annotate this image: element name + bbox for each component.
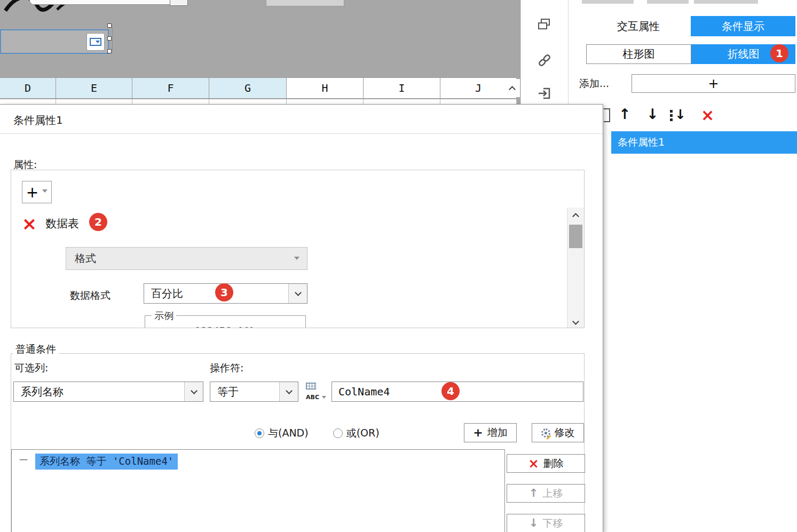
grid-cell — [132, 99, 209, 104]
tab-bar-chart[interactable]: 柱形图 — [586, 44, 691, 64]
or-radio-label: 或(OR) — [346, 426, 380, 440]
design-canvas: D E F G H I J — [0, 0, 520, 104]
condition-list[interactable]: — 系列名称 等于 'ColName4' — [11, 449, 505, 532]
add-attribute-button[interactable]: + — [22, 181, 52, 203]
tab-condition-display[interactable]: 条件显示 — [691, 16, 795, 36]
sheet-scroll-up-button[interactable] — [504, 79, 520, 97]
data-format-label: 数据格式 — [70, 289, 111, 303]
chevron-down-icon — [286, 387, 293, 394]
add-criteria-button[interactable]: + 增加 — [464, 423, 517, 442]
grid-cell — [440, 99, 517, 104]
chevron-down-icon — [295, 289, 302, 296]
arrow-down-icon: ↓ — [529, 518, 539, 529]
radio-checked-icon — [255, 428, 264, 438]
dropdown-button[interactable] — [184, 382, 203, 401]
divider — [0, 133, 603, 134]
condition-row-selected[interactable]: 系列名称 等于 'ColName4' — [35, 454, 178, 470]
scrollbar-thumb[interactable] — [569, 225, 582, 248]
tabbar-fragment — [582, 0, 634, 4]
chevron-down-icon — [191, 387, 198, 394]
condition-attribute-dialog: 条件属性1 属性: + × 数据表 2 格式 数据格式 百分比 3 示例 123… — [0, 104, 603, 532]
combobox-widget-icon — [86, 33, 105, 51]
selection-guide — [112, 25, 113, 52]
delete-criteria-button[interactable]: × 删除 — [507, 454, 585, 473]
panel-add-button[interactable]: + — [632, 74, 795, 93]
operator-label: 操作符: — [210, 361, 243, 375]
caret-down-icon — [42, 189, 48, 195]
format-dropdown-value: 格式 — [75, 251, 96, 266]
conditions-group: 可选列: 操作符: 系列名称 等于 ABC 4 与(AND) — [11, 353, 585, 532]
link-icon[interactable] — [537, 53, 552, 68]
format-dropdown[interactable]: 格式 — [66, 247, 307, 270]
move-up-label: 上移 — [542, 487, 563, 501]
scrollbar-down-button[interactable] — [567, 315, 584, 328]
scrollbar-up-button[interactable] — [567, 208, 584, 223]
columns-label: 可选列: — [14, 361, 48, 375]
remove-attribute-icon[interactable]: × — [19, 213, 40, 234]
chevron-up-icon — [509, 86, 516, 93]
column-header-g[interactable]: G — [209, 78, 287, 98]
chevron-down-icon — [572, 318, 579, 325]
step-badge-3: 3 — [215, 283, 233, 301]
arrow-up-icon: ↑ — [529, 488, 539, 499]
attributes-scrollbar[interactable] — [567, 208, 584, 328]
dropdown-button[interactable] — [288, 284, 307, 303]
column-header-d[interactable]: D — [0, 78, 56, 98]
condition-attribute-list-item[interactable]: 条件属性1 — [611, 131, 797, 154]
move-down-label: 下移 — [542, 517, 563, 530]
selection-handle[interactable] — [107, 49, 112, 53]
column-header-h[interactable]: H — [287, 78, 364, 98]
delete-item-icon[interactable]: × — [701, 106, 714, 124]
and-radio[interactable]: 与(AND) — [255, 426, 309, 440]
delete-x-icon: × — [528, 457, 539, 470]
conditions-section-label: 普通条件 — [13, 343, 59, 356]
add-criteria-label: 增加 — [487, 426, 508, 440]
sort-dots-icon — [670, 108, 673, 121]
modify-criteria-label: 修改 — [555, 426, 575, 440]
step-badge-4: 4 — [441, 382, 460, 400]
layers-icon[interactable] — [537, 18, 552, 33]
logic-radio-group: 与(AND) 或(OR) — [255, 426, 380, 440]
formula-abc-icon[interactable]: ABC — [304, 380, 327, 403]
caret-down-icon — [322, 396, 326, 401]
sort-icon[interactable]: ↓ — [670, 107, 686, 122]
caret-down-icon — [294, 257, 299, 263]
plus-icon: + — [473, 427, 483, 439]
column-header-i[interactable]: I — [364, 78, 440, 98]
import-icon[interactable] — [537, 86, 552, 101]
selection-handle[interactable] — [107, 36, 112, 41]
toolbar-fragment-gray — [266, 0, 344, 6]
modify-criteria-button[interactable]: 修改 — [532, 423, 584, 442]
column-select[interactable]: 系列名称 — [13, 382, 203, 402]
or-radio[interactable]: 或(OR) — [333, 426, 380, 440]
grid-cell — [0, 99, 56, 104]
dropdown-button[interactable] — [279, 382, 298, 401]
attribute-item-label: 数据表 — [45, 216, 79, 231]
tab-interaction-props[interactable]: 交互属性 — [586, 16, 691, 36]
move-item-down-icon[interactable]: ↓ — [646, 106, 659, 122]
selection-handle[interactable] — [107, 23, 112, 28]
grid-cell — [287, 99, 364, 104]
step-badge-1: 1 — [770, 44, 788, 62]
column-header-f[interactable]: F — [132, 78, 209, 98]
operator-select[interactable]: 等于 — [210, 382, 298, 402]
column-select-value: 系列名称 — [21, 385, 64, 399]
attributes-group: + × 数据表 2 格式 数据格式 百分比 3 示例 123456.00% — [11, 170, 585, 328]
move-item-up-icon[interactable]: ↑ — [619, 106, 631, 122]
clipped-icon — [604, 108, 610, 122]
gear-icon — [541, 428, 550, 438]
radio-unchecked-icon — [333, 428, 343, 438]
property-tabs: 交互属性 条件显示 — [586, 16, 795, 36]
example-label: 示例 — [152, 309, 176, 322]
step-badge-2: 2 — [89, 213, 107, 231]
grid-cell — [364, 99, 440, 104]
formula-grid-icon — [306, 383, 316, 390]
screen: { "colors": { "accent": "#2196f3", "badg… — [0, 0, 797, 532]
move-up-button[interactable]: ↑ 上移 — [507, 484, 585, 503]
example-value: 123456.00% — [145, 325, 305, 328]
chart-type-tabs: 柱形图 折线图 — [586, 44, 795, 64]
add-label: 添加... — [579, 77, 609, 91]
combobox-widget[interactable] — [0, 29, 109, 54]
column-header-e[interactable]: E — [56, 78, 132, 98]
move-down-button[interactable]: ↓ 下移 — [507, 514, 585, 532]
